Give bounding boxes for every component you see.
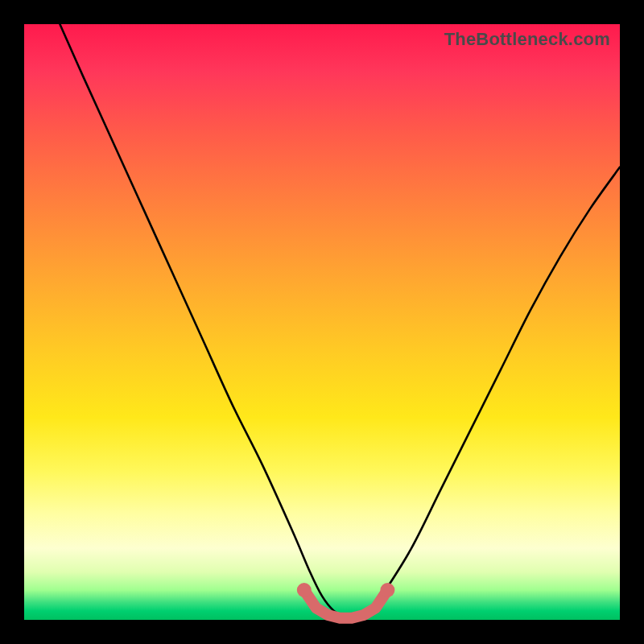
optimal-zone-end-dot: [380, 583, 394, 597]
chart-frame: TheBottleneck.com: [0, 0, 644, 644]
bottleneck-curve: [60, 24, 620, 619]
optimal-zone-stroke: [304, 590, 388, 618]
curve-layer: [24, 24, 620, 620]
optimal-zone-end-dot: [297, 583, 312, 597]
plot-area: TheBottleneck.com: [24, 24, 620, 620]
optimal-zone-markers: [297, 583, 395, 618]
